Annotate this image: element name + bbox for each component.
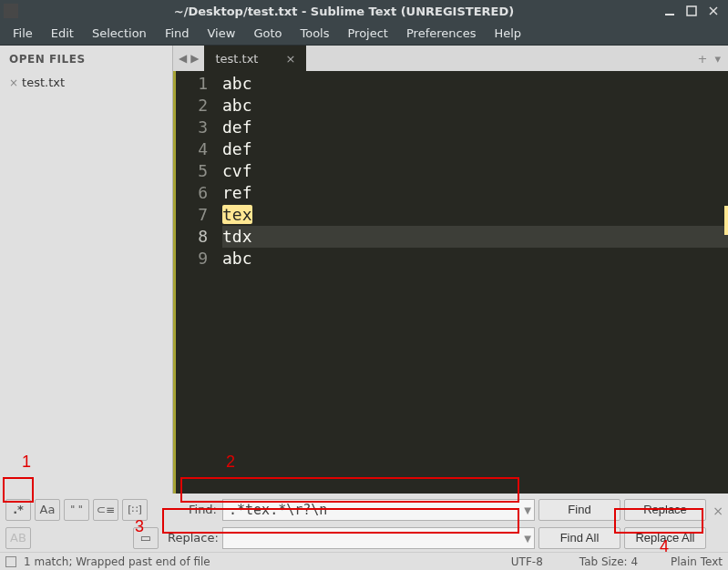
menu-file[interactable]: File [4,23,42,44]
status-syntax[interactable]: Plain Text [671,555,723,568]
find-replace-panel: .* Aa " " ⊂≡ [∷] Find: ▼ Find Replace × … [0,494,728,552]
tab-label: test.txt [215,52,258,66]
tab-menu-button[interactable]: ▾ [714,52,721,66]
panel-close-icon[interactable]: × [710,502,726,518]
line-number: 1 [176,73,208,95]
tab-nav-arrows[interactable]: ◀ ▶ [173,46,204,71]
menu-help[interactable]: Help [485,23,530,44]
tab-file[interactable]: test.txt × [204,46,306,71]
menu-edit[interactable]: Edit [42,23,83,44]
window-controls [662,4,728,18]
menu-goto[interactable]: Goto [244,23,291,44]
gutter: 1 2 3 4 5 6 7 8 9 [173,71,217,494]
statusbar: 1 match; Wrapped past end of file UTF-8 … [0,552,728,570]
close-button[interactable] [706,4,721,18]
window-title: ~/Desktop/test.txt - Sublime Text (UNREG… [26,5,662,18]
line-number: 8 [176,226,208,248]
wrap-toggle[interactable]: ⊂≡ [93,499,118,521]
svg-rect-0 [665,14,674,15]
code-line[interactable]: ref [222,182,728,204]
menu-view[interactable]: View [199,23,245,44]
code-area[interactable]: abc abc def def cvf ref tex tdx abc [217,71,728,494]
status-message: 1 match; Wrapped past end of file [24,555,210,568]
code-line[interactable]: abc [222,73,728,95]
find-label: Find: [168,503,219,516]
code-line[interactable]: abc [222,95,728,117]
line-number: 2 [176,95,208,117]
replace-all-button[interactable]: Replace All [624,527,706,549]
minimize-button[interactable] [662,4,677,18]
whole-word-toggle[interactable]: " " [64,499,89,521]
code-line[interactable]: tdx [222,226,728,248]
open-file-label: test.txt [22,76,65,89]
menu-tools[interactable]: Tools [291,23,338,44]
nav-forward-icon[interactable]: ▶ [190,52,199,65]
line-number: 7 [176,204,208,226]
menu-selection[interactable]: Selection [83,23,156,44]
replace-button[interactable]: Replace [624,499,706,521]
nav-back-icon[interactable]: ◀ [179,52,187,65]
menubar: File Edit Selection Find View Goto Tools… [0,22,728,46]
regex-toggle[interactable]: .* [5,499,31,521]
sidebar: OPEN FILES × test.txt [0,46,173,494]
replace-input[interactable] [222,527,535,549]
minimap-match-indicator [724,206,728,235]
tabbar: ◀ ▶ test.txt × + ▾ [173,46,728,71]
preserve-case-toggle[interactable]: AB [5,527,31,549]
code-line[interactable]: cvf [222,160,728,182]
line-number: 4 [176,138,208,160]
titlebar: ~/Desktop/test.txt - Sublime Text (UNREG… [0,0,728,22]
status-checkbox[interactable] [5,556,16,567]
line-number: 5 [176,160,208,182]
open-file-item[interactable]: × test.txt [0,73,172,92]
find-all-button[interactable]: Find All [538,527,620,549]
menu-find[interactable]: Find [156,23,199,44]
case-sensitive-toggle[interactable]: Aa [35,499,60,521]
in-selection-toggle[interactable]: [∷] [122,499,148,521]
svg-rect-1 [687,6,696,15]
line-number: 6 [176,182,208,204]
highlight-matches-toggle[interactable]: ▭ [133,527,159,549]
code-line[interactable]: tex [222,204,728,226]
find-button[interactable]: Find [538,499,620,521]
status-encoding[interactable]: UTF-8 [511,555,543,568]
code-line[interactable]: def [222,117,728,138]
tab-close-icon[interactable]: × [285,52,295,66]
editor[interactable]: 1 2 3 4 5 6 7 8 9 abc abc def def cvf re… [173,71,728,494]
code-line[interactable]: def [222,138,728,160]
search-match: tex [222,205,252,224]
code-line[interactable]: abc [222,248,728,270]
find-input[interactable] [222,499,535,521]
app-icon [4,4,18,18]
menu-preferences[interactable]: Preferences [397,23,485,44]
status-tab-size[interactable]: Tab Size: 4 [579,555,638,568]
line-number: 3 [176,117,208,138]
menu-project[interactable]: Project [338,23,396,44]
new-tab-button[interactable]: + [698,52,708,66]
sidebar-header: OPEN FILES [0,46,172,73]
line-number: 9 [176,248,208,270]
replace-label: Replace: [168,531,219,545]
maximize-button[interactable] [684,4,699,18]
close-icon[interactable]: × [9,76,18,89]
